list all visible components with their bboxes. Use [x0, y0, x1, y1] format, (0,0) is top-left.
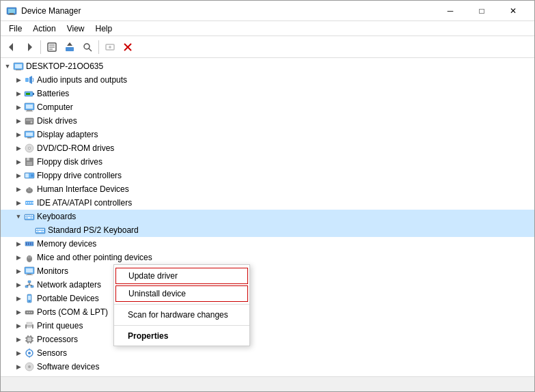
tree-item-processors[interactable]: ▶ Processors: [1, 333, 534, 346]
svg-rect-74: [30, 242, 31, 245]
svg-rect-59: [31, 215, 33, 216]
tree-item-network[interactable]: ▶ Network adapters: [1, 278, 534, 292]
tree-label-root: DESKTOP-21OO635: [26, 61, 103, 71]
tree-item-audio[interactable]: ▶ Audio inputs and outputs: [1, 73, 534, 87]
tree-item-hid[interactable]: ▶ Human Interface Devices: [1, 182, 534, 196]
expander-diskdrives[interactable]: ▶: [13, 115, 24, 126]
svg-marker-11: [67, 42, 72, 46]
menu-help[interactable]: Help: [90, 23, 118, 35]
expander-hid[interactable]: ▶: [13, 184, 24, 195]
svg-rect-44: [25, 173, 29, 178]
tree-item-floppyctrl[interactable]: ▶ Floppy drive controllers: [1, 169, 534, 182]
expander-audio[interactable]: ▶: [13, 74, 24, 85]
tree-panel[interactable]: ▼ DESKTOP-21OO635 ▶: [1, 58, 534, 376]
tree-label-audio: Audio inputs and outputs: [37, 75, 127, 85]
scan-button[interactable]: [79, 39, 96, 55]
expander-floppy[interactable]: ▶: [13, 156, 24, 167]
icon-memory: [24, 238, 35, 249]
tree-item-display[interactable]: ▶ Display adapters: [1, 128, 534, 141]
maximize-button[interactable]: □: [466, 1, 497, 21]
tree-item-software[interactable]: ▶ Software devices: [1, 360, 534, 374]
tree-item-memory[interactable]: ▶ Memory devices: [1, 237, 534, 251]
expander-ide[interactable]: ▶: [13, 197, 24, 208]
svg-rect-20: [15, 64, 22, 68]
tree-item-floppy[interactable]: ▶ Floppy disk drives: [1, 155, 534, 169]
svg-point-32: [31, 122, 33, 124]
menu-file[interactable]: File: [3, 23, 27, 35]
svg-rect-73: [28, 242, 29, 245]
tree-label-batteries: Batteries: [37, 89, 69, 98]
tree-item-ide[interactable]: ▶ IDE ATA/ATAPI controllers: [1, 196, 534, 210]
svg-rect-34: [26, 132, 33, 136]
expander-computer[interactable]: ▶: [13, 102, 24, 113]
svg-rect-1: [8, 9, 15, 13]
expander-sensors[interactable]: ▶: [13, 348, 24, 359]
svg-rect-85: [31, 285, 33, 288]
tree-item-batteries[interactable]: ▶ Batteries: [1, 87, 534, 100]
close-button[interactable]: ✕: [497, 1, 529, 21]
svg-point-52: [28, 202, 29, 204]
svg-rect-66: [40, 229, 42, 230]
tree-label-floppyctrl: Floppy drive controllers: [37, 171, 122, 180]
svg-rect-35: [27, 137, 31, 139]
status-bar: [1, 376, 534, 391]
update-driver-toolbar-button[interactable]: [61, 39, 78, 55]
svg-line-87: [27, 285, 29, 285]
svg-rect-75: [32, 242, 33, 245]
context-menu-properties[interactable]: Properties: [114, 328, 249, 344]
expander-sound[interactable]: ▶: [13, 375, 24, 376]
context-menu-scan[interactable]: Scan for hardware changes: [114, 307, 249, 323]
expander-dvd[interactable]: ▶: [13, 143, 24, 154]
tree-item-printq[interactable]: ▶ Print queues: [1, 319, 534, 333]
tree-item-portable[interactable]: ▶ Portable Devices: [1, 292, 534, 305]
svg-point-38: [29, 148, 30, 149]
expander-portable[interactable]: ▶: [13, 293, 24, 304]
icon-monitors: [24, 266, 35, 277]
tree-item-root[interactable]: ▼ DESKTOP-21OO635: [1, 59, 534, 73]
expander-mice[interactable]: ▶: [13, 252, 24, 263]
expander-processors[interactable]: ▶: [13, 334, 24, 345]
tree-item-computer[interactable]: ▶ Computer: [1, 100, 534, 114]
svg-rect-56: [25, 215, 27, 216]
minimize-button[interactable]: ─: [435, 1, 466, 21]
icon-portable: [24, 293, 35, 304]
tree-item-standard-keyboard[interactable]: ▶ Standard PS/2 Keyboard: [1, 223, 534, 237]
tree-item-sensors[interactable]: ▶ Sensors: [1, 346, 534, 360]
expander-display[interactable]: ▶: [13, 129, 24, 140]
properties-button[interactable]: [44, 39, 60, 55]
expander-network[interactable]: ▶: [13, 279, 24, 290]
svg-rect-99: [27, 327, 31, 328]
svg-rect-61: [27, 217, 31, 219]
svg-point-54: [32, 202, 33, 204]
tree-item-monitors[interactable]: ▶ Monitors: [1, 264, 534, 278]
remove-device-button[interactable]: [120, 39, 136, 55]
menu-view[interactable]: View: [61, 23, 90, 35]
expander-floppyctrl[interactable]: ▶: [13, 170, 24, 181]
icon-processors: [24, 334, 35, 345]
expander-root[interactable]: ▼: [2, 61, 13, 72]
icon-dvd: [24, 143, 35, 154]
tree-item-sound[interactable]: ▶ Sound, video and game controllers: [1, 374, 534, 376]
svg-rect-83: [28, 281, 31, 283]
icon-hid: [24, 184, 35, 195]
back-button[interactable]: [3, 39, 20, 55]
tree-label-monitors: Monitors: [37, 266, 68, 276]
tree-item-mice[interactable]: ▶ Mice and other pointing devices: [1, 251, 534, 264]
forward-button[interactable]: [21, 39, 38, 55]
expander-software[interactable]: ▶: [13, 361, 24, 372]
expander-printq[interactable]: ▶: [13, 320, 24, 331]
expander-keyboards[interactable]: ▼: [13, 211, 24, 222]
tree-item-keyboards[interactable]: ▼ Keyboards: [1, 210, 534, 223]
tree-item-dvd[interactable]: ▶ DVD/CD-ROM drives: [1, 141, 534, 155]
icon-printq: [24, 320, 35, 331]
context-menu-update-driver[interactable]: Update driver: [115, 268, 248, 284]
icon-network: [24, 279, 35, 290]
expander-batteries[interactable]: ▶: [13, 88, 24, 99]
tree-item-ports[interactable]: ▶ Ports (COM & LPT): [1, 305, 534, 319]
tree-item-diskdrives[interactable]: ▶ Disk drives: [1, 114, 534, 128]
context-menu-uninstall-device[interactable]: Uninstall device: [115, 285, 248, 302]
expander-memory[interactable]: ▶: [13, 238, 24, 249]
expander-monitors[interactable]: ▶: [13, 266, 24, 277]
expander-ports[interactable]: ▶: [13, 307, 24, 318]
menu-action[interactable]: Action: [27, 23, 61, 35]
